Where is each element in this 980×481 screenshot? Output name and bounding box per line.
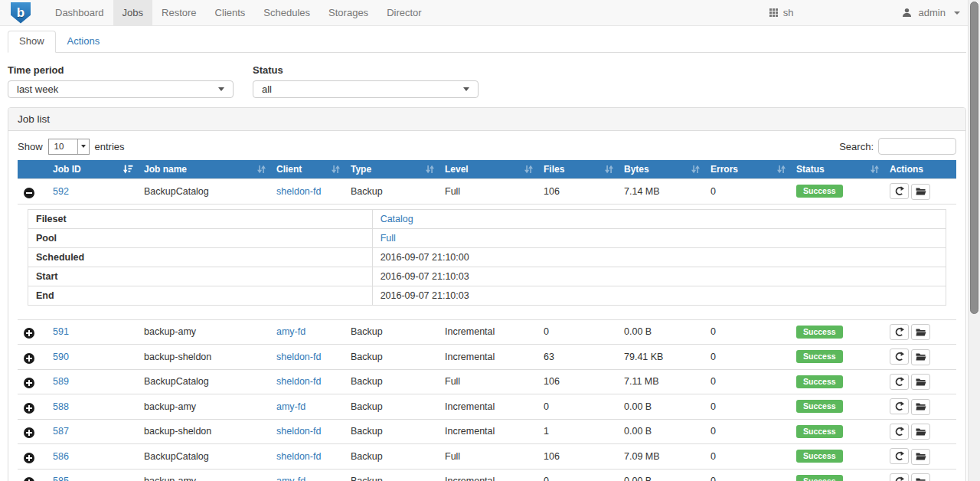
client-cell: amy-fd <box>270 319 345 345</box>
column-header-level[interactable]: Level <box>439 160 537 179</box>
detail-value-link-pool[interactable]: Full <box>381 233 396 244</box>
client-link[interactable]: sheldon-fd <box>276 451 321 462</box>
sort-both-icon[interactable] <box>605 165 613 174</box>
column-header-job-name[interactable]: Job name <box>138 160 270 179</box>
job-id-link[interactable]: 585 <box>53 476 69 481</box>
browse-files-button[interactable] <box>911 349 930 365</box>
time-period-label: Time period <box>8 64 234 76</box>
column-header-client[interactable]: Client <box>270 160 345 179</box>
browse-files-button[interactable] <box>911 449 930 465</box>
column-label: Status <box>796 164 825 175</box>
job-id-link[interactable]: 588 <box>53 401 69 412</box>
sort-desc-icon[interactable] <box>123 165 133 174</box>
time-period-select[interactable]: last week <box>8 80 234 98</box>
job-id-link[interactable]: 586 <box>53 451 69 462</box>
expand-row-icon[interactable] <box>24 453 34 463</box>
rerun-job-button[interactable] <box>890 398 909 414</box>
search-input[interactable] <box>878 138 956 155</box>
nav-item-jobs[interactable]: Jobs <box>113 0 152 25</box>
chevron-down-icon[interactable] <box>954 11 960 15</box>
sort-both-icon[interactable] <box>524 165 533 174</box>
client-link[interactable]: amy-fd <box>276 476 305 481</box>
client-link[interactable]: sheldon-fd <box>276 376 321 387</box>
client-link[interactable]: amy-fd <box>276 326 305 337</box>
job-id-link[interactable]: 589 <box>53 376 69 387</box>
browse-files-button[interactable] <box>911 399 930 415</box>
vertical-scrollbar-track[interactable] <box>968 0 980 481</box>
job-name-cell: backup-sheldon <box>138 419 270 444</box>
nav-item-director[interactable]: Director <box>377 0 431 25</box>
expand-row-icon[interactable] <box>24 427 34 438</box>
tab-actions[interactable]: Actions <box>56 31 112 53</box>
nav-item-schedules[interactable]: Schedules <box>254 0 319 25</box>
table-row: 587backup-sheldonsheldon-fdBackupIncreme… <box>18 419 956 444</box>
client-link[interactable]: amy-fd <box>276 401 305 412</box>
column-header-actions[interactable]: Actions <box>884 160 956 179</box>
client-link[interactable]: sheldon-fd <box>276 426 321 437</box>
job-id-link[interactable]: 590 <box>53 352 69 362</box>
job-id-link[interactable]: 591 <box>53 326 69 337</box>
column-header-status[interactable]: Status <box>790 160 884 179</box>
status-badge: Success <box>796 375 843 388</box>
column-header-type[interactable]: Type <box>345 160 439 179</box>
rerun-job-button[interactable] <box>890 348 909 365</box>
rerun-job-button[interactable] <box>890 324 909 340</box>
column-header-bytes[interactable]: Bytes <box>618 160 704 179</box>
browse-files-button[interactable] <box>911 374 930 390</box>
nav-item-clients-wrap: Clients <box>206 0 255 25</box>
nav-item-dashboard[interactable]: Dashboard <box>46 0 113 25</box>
sort-both-icon[interactable] <box>257 165 266 174</box>
column-header-job-id[interactable]: Job ID <box>47 160 138 179</box>
tab-show[interactable]: Show <box>8 31 56 53</box>
rerun-job-button[interactable] <box>890 374 909 390</box>
column-label: Job ID <box>53 164 81 175</box>
detail-item-row: Scheduled2016-09-07 21:10:00 <box>28 247 946 267</box>
detail-value-link-fileset[interactable]: Catalog <box>381 214 413 224</box>
client-link[interactable]: sheldon-fd <box>276 352 321 362</box>
job-id-link[interactable]: 587 <box>53 426 69 437</box>
show-label: Show <box>18 141 43 152</box>
rerun-job-button[interactable] <box>890 473 909 481</box>
column-label: Job name <box>144 164 187 175</box>
expand-row-icon[interactable] <box>24 378 34 388</box>
browse-files-button[interactable] <box>911 473 930 481</box>
column-header-files[interactable]: Files <box>537 160 618 179</box>
nav-item-storages[interactable]: Storages <box>319 0 377 25</box>
expand-row-icon[interactable] <box>24 353 34 364</box>
expand-row-icon[interactable] <box>24 477 34 481</box>
collapse-row-icon[interactable] <box>24 188 34 198</box>
column-label: Type <box>351 164 371 175</box>
sort-both-icon[interactable] <box>871 165 879 174</box>
entries-select[interactable]: 10 <box>48 139 90 155</box>
brand-link[interactable]: b <box>0 0 40 25</box>
job-id-link[interactable]: 592 <box>53 186 69 197</box>
user-menu[interactable]: admin <box>919 7 946 18</box>
rerun-job-button[interactable] <box>890 183 909 199</box>
detail-label-end: End <box>28 286 373 305</box>
detail-item-row: PoolFull <box>28 228 946 247</box>
status-select[interactable]: all <box>253 80 479 98</box>
nav-item-restore[interactable]: Restore <box>152 0 206 25</box>
nav-item-clients[interactable]: Clients <box>206 0 255 25</box>
vertical-scrollbar-thumb[interactable] <box>970 2 978 314</box>
rerun-job-button[interactable] <box>890 448 909 464</box>
errors-cell: 0 <box>704 369 790 394</box>
sort-both-icon[interactable] <box>691 165 700 174</box>
browse-files-button[interactable] <box>911 424 930 440</box>
job-name-cell: BackupCatalog <box>138 444 270 470</box>
expand-row-icon[interactable] <box>24 403 34 414</box>
status-badge: Success <box>796 450 843 463</box>
sort-both-icon[interactable] <box>777 165 786 174</box>
actions-cell <box>884 419 956 444</box>
sort-both-icon[interactable] <box>332 165 340 174</box>
expand-row-icon[interactable] <box>24 328 34 339</box>
job-name-cell: backup-amy <box>138 469 270 481</box>
rerun-job-button[interactable] <box>890 424 909 440</box>
nav-item-director-wrap: Director <box>377 0 431 25</box>
client-link[interactable]: sheldon-fd <box>276 186 321 197</box>
browse-files-button[interactable] <box>911 184 930 200</box>
sort-both-icon[interactable] <box>426 165 434 174</box>
browse-files-button[interactable] <box>911 324 930 340</box>
detail-cell: FilesetCatalogPoolFullScheduled2016-09-0… <box>18 204 956 319</box>
column-header-errors[interactable]: Errors <box>704 160 790 179</box>
